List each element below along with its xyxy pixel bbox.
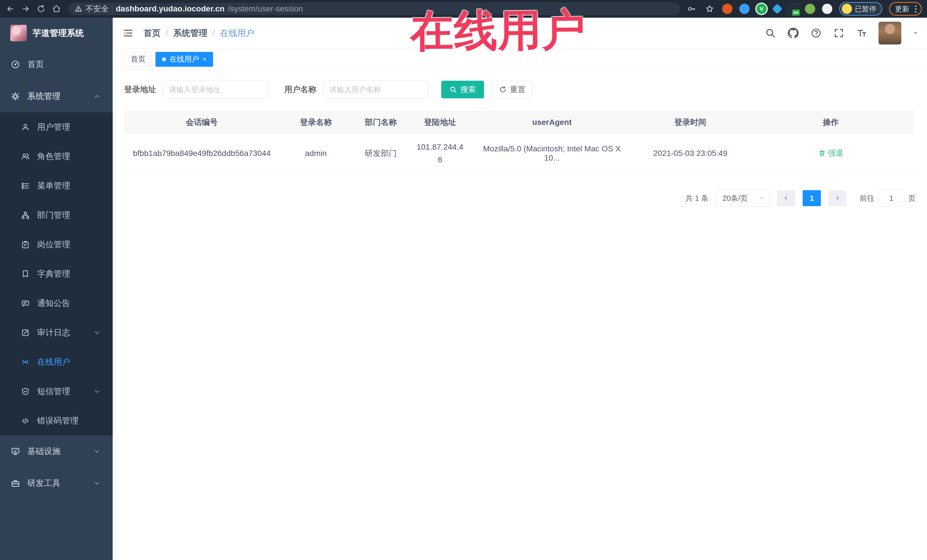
github-icon[interactable] <box>787 27 799 39</box>
extension-v-icon[interactable]: V <box>757 4 767 14</box>
breadcrumb-home[interactable]: 首页 <box>143 27 161 39</box>
pagination-total: 共 1 条 <box>685 193 708 203</box>
browser-menu-icon[interactable] <box>913 5 918 12</box>
chevron-right-icon <box>834 195 840 201</box>
dev-tools-icon <box>11 479 20 488</box>
browser-actions: V en ☺ 已暂停 更新 <box>686 2 923 16</box>
gear-icon <box>11 92 20 101</box>
filter-form: 登录地址 用户名称 搜索 重置 <box>124 80 916 99</box>
security-label[interactable]: 不安全 <box>85 4 109 14</box>
search-button[interactable]: 搜索 <box>441 81 484 99</box>
reset-button[interactable]: 重置 <box>492 81 532 99</box>
sidebar-item-label: 岗位管理 <box>37 239 70 250</box>
extension-lamp-icon[interactable] <box>739 4 749 14</box>
force-logout-button[interactable]: 强退 <box>818 148 843 158</box>
user-name-input[interactable] <box>322 80 429 99</box>
users-icon <box>21 152 30 161</box>
profile-chip[interactable]: ☺ 已暂停 <box>839 2 882 16</box>
page-size-select[interactable]: 20条/页 <box>716 190 769 207</box>
url-domain[interactable]: dashboard.yudao.iocoder.cn <box>116 4 225 14</box>
browser-chrome: 不安全 dashboard.yudao.iocoder.cn/system/us… <box>0 0 927 18</box>
sidebar-item-label: 首页 <box>27 59 44 70</box>
chevron-down-icon <box>93 329 101 337</box>
tab-home[interactable]: 首页 <box>124 52 152 67</box>
sidebar-item-post-management[interactable]: 岗位管理 <box>0 230 112 259</box>
goto-page-input[interactable] <box>878 190 904 207</box>
user-menu-caret-icon[interactable] <box>912 30 919 36</box>
sidebar-item-label: 部门管理 <box>37 209 70 221</box>
extension-diamond-icon[interactable] <box>772 4 783 14</box>
update-chip[interactable]: 更新 <box>889 2 922 16</box>
back-icon[interactable] <box>4 3 17 15</box>
sidebar-item-role-management[interactable]: 角色管理 <box>0 142 112 171</box>
next-page-button[interactable] <box>828 190 846 206</box>
fullscreen-icon[interactable] <box>833 27 845 39</box>
cell-login-time: 2021-05-03 23:05:49 <box>633 133 747 174</box>
audit-log-icon <box>21 328 30 337</box>
error-code-icon <box>21 417 30 425</box>
chevron-down-icon <box>93 448 101 455</box>
extension-key-icon[interactable] <box>805 4 815 14</box>
screen: 不安全 dashboard.yudao.iocoder.cn/system/us… <box>0 0 927 560</box>
cell-user-agent: Mozilla/5.0 (Macintosh; Intel Mac OS X 1… <box>471 133 633 174</box>
app-logo <box>10 25 27 41</box>
extension-ubuntu-icon[interactable] <box>722 4 732 14</box>
sidebar-item-sms-management[interactable]: 短信管理 <box>0 377 112 406</box>
avatar[interactable] <box>878 22 901 44</box>
app-logo-row[interactable]: 芋道管理系统 <box>0 18 112 49</box>
font-size-icon[interactable] <box>856 27 868 39</box>
tab-online-users[interactable]: 在线用户 × <box>155 52 213 67</box>
divider <box>112 5 112 12</box>
password-key-icon[interactable] <box>686 3 697 15</box>
prev-page-button[interactable] <box>777 190 795 206</box>
sidebar-item-menu-management[interactable]: 菜单管理 <box>0 171 112 200</box>
sidebar-item-error-code[interactable]: 错误码管理 <box>0 406 112 436</box>
home-icon[interactable] <box>50 3 63 15</box>
breadcrumb-separator: / <box>166 28 168 38</box>
help-icon[interactable] <box>810 27 822 39</box>
reload-icon[interactable] <box>35 3 47 15</box>
tab-label: 在线用户 <box>169 54 199 64</box>
sidebar-item-dept-management[interactable]: 部门管理 <box>0 200 112 230</box>
sidebar-item-home[interactable]: 首页 <box>0 49 112 80</box>
chevron-up-icon <box>93 93 101 100</box>
forward-icon[interactable] <box>20 3 32 15</box>
main-area: 首页 / 系统管理 / 在线用户 <box>112 18 927 560</box>
sidebar-item-dev-tools[interactable]: 研发工具 <box>0 467 112 499</box>
sidebar-item-audit-log[interactable]: 审计日志 <box>0 318 112 347</box>
breadcrumb-system[interactable]: 系统管理 <box>173 27 207 39</box>
page-number-1[interactable]: 1 <box>802 190 821 206</box>
col-session-id: 会话编号 <box>124 111 280 133</box>
search-icon[interactable] <box>764 27 777 39</box>
col-user-agent: userAgent <box>471 111 633 133</box>
not-secure-warning-icon[interactable] <box>75 5 82 12</box>
goto-page: 前往 页 <box>860 190 916 207</box>
goto-label: 前往 <box>860 193 874 203</box>
sidebar-submenu-system: 用户管理 角色管理 菜单管理 <box>0 112 112 436</box>
sidebar-item-label: 菜单管理 <box>37 180 70 191</box>
update-button[interactable]: 更新 <box>895 4 909 14</box>
sidebar-item-infrastructure[interactable]: 基础设施 <box>0 436 112 467</box>
infrastructure-icon <box>11 447 20 456</box>
login-address-input[interactable] <box>162 80 268 99</box>
tags-view-bar: 首页 在线用户 × <box>112 49 927 70</box>
active-tab-dot <box>162 57 166 61</box>
sidebar-item-user-management[interactable]: 用户管理 <box>0 112 112 142</box>
extensions-puzzle-icon[interactable] <box>822 4 832 14</box>
app-header: 首页 / 系统管理 / 在线用户 <box>112 18 927 49</box>
bookmark-star-icon[interactable] <box>704 3 715 15</box>
tab-close-icon[interactable]: × <box>202 56 207 63</box>
sidebar-collapse-icon[interactable] <box>122 27 134 39</box>
trash-icon <box>818 149 826 157</box>
extension-translate-icon[interactable]: en <box>788 4 798 14</box>
sidebar-item-notice[interactable]: 通知公告 <box>0 288 112 318</box>
dictionary-icon <box>21 270 30 278</box>
url-path[interactable]: /system/user-session <box>228 4 303 14</box>
sidebar-item-system-management[interactable]: 系统管理 <box>0 80 112 112</box>
col-login-name: 登录名称 <box>280 111 352 133</box>
address-bar[interactable]: 不安全 dashboard.yudao.iocoder.cn/system/us… <box>68 3 680 15</box>
online-user-icon <box>21 358 30 366</box>
app-window: 芋道管理系统 首页 系统管理 <box>0 18 927 560</box>
sidebar-item-dict-management[interactable]: 字典管理 <box>0 259 112 288</box>
sidebar-item-online-users[interactable]: 在线用户 <box>0 347 112 377</box>
